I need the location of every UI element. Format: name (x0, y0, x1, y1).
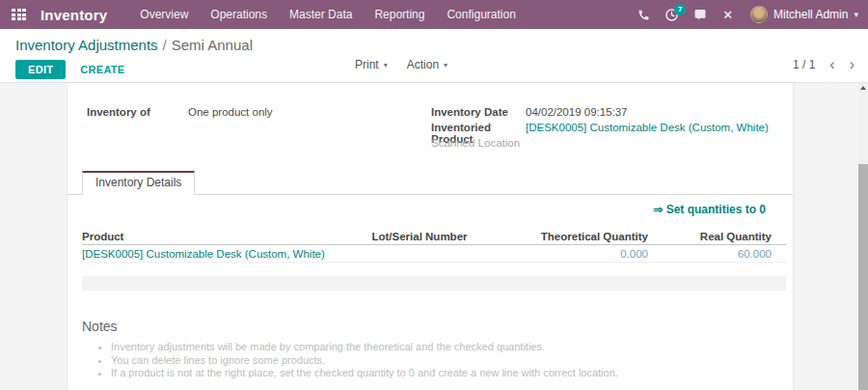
tab-inventory-details[interactable]: Inventory Details (82, 171, 195, 195)
field-inventoried-product: Inventoried Product [DESK0005] Customiza… (431, 122, 769, 137)
field-label: Inventory Date (431, 106, 526, 118)
create-button[interactable]: CREATE (80, 64, 124, 75)
note-item: Inventory adjustments will be made by co… (111, 341, 757, 354)
header-lot-serial[interactable]: Lot/Serial Number (357, 231, 482, 242)
chevron-down-icon: ▾ (384, 61, 388, 70)
field-label: Inventory of (87, 106, 188, 118)
form-sheet: Inventory of One product only Inventory … (68, 83, 793, 390)
print-action-menus: Print▾ Action▾ (355, 58, 448, 71)
field-label: Scanned Location (431, 137, 526, 149)
scrollbar-thumb[interactable] (858, 164, 868, 390)
breadcrumb-separator: / (163, 37, 167, 53)
chevron-down-icon: ▾ (854, 10, 858, 19)
apps-grid-icon[interactable] (12, 9, 26, 20)
phone-icon[interactable] (637, 9, 650, 21)
user-menu[interactable]: Mitchell Admin ▾ (750, 6, 858, 23)
edit-button[interactable]: EDIT (15, 60, 66, 79)
header-real-quantity[interactable]: Real Quantity (656, 231, 786, 242)
vertical-scrollbar[interactable] (858, 83, 868, 390)
menu-item-operations[interactable]: Operations (210, 8, 267, 21)
table-header-row: Product Lot/Serial Number Theoretical Qu… (82, 228, 786, 245)
action-dropdown[interactable]: Action▾ (407, 58, 448, 71)
breadcrumb-current: Semi Annual (172, 37, 253, 53)
scroll-up-arrow-icon[interactable] (860, 86, 866, 90)
systray: 7 ✕ Mitchell Admin ▾ (637, 6, 858, 23)
empty-table-stripe (82, 276, 786, 291)
pager-previous[interactable]: ‹ (829, 59, 834, 70)
breadcrumb: Inventory Adjustments/Semi Annual (15, 37, 853, 53)
main-menu: Overview Operations Master Data Reportin… (140, 8, 516, 21)
notes-title: Notes (82, 319, 757, 334)
right-field-group: Inventory Date 04/02/2019 09:15:37 Inven… (431, 106, 769, 153)
menu-item-reporting[interactable]: Reporting (374, 8, 424, 21)
notes-section: Notes Inventory adjustments will be made… (82, 319, 757, 380)
header-product[interactable]: Product (82, 231, 357, 242)
user-name: Mitchell Admin (773, 8, 848, 21)
content-area: Inventory of One product only Inventory … (0, 83, 868, 390)
activities-clock-icon[interactable]: 7 (665, 9, 678, 21)
menu-item-overview[interactable]: Overview (140, 8, 188, 21)
chevron-down-icon: ▾ (444, 61, 448, 70)
table-row[interactable]: [DESK0005] Customizable Desk (Custom, Wh… (82, 245, 786, 263)
menu-item-master-data[interactable]: Master Data (289, 8, 352, 21)
user-avatar (750, 6, 768, 23)
note-item: If a product is not at the right place, … (111, 367, 757, 380)
field-scanned-location: Scanned Location (431, 137, 769, 153)
product-cell[interactable]: [DESK0005] Customizable Desk (Custom, Wh… (82, 248, 357, 260)
notes-list: Inventory adjustments will be made by co… (82, 341, 757, 380)
activity-count-badge: 7 (674, 4, 686, 15)
print-dropdown[interactable]: Print▾ (355, 58, 388, 71)
set-quantities-to-zero-button[interactable]: ⇒ Set quantities to 0 (653, 203, 766, 216)
breadcrumb-parent-link[interactable]: Inventory Adjustments (15, 37, 158, 53)
field-value: One product only (188, 106, 273, 118)
field-inventory-of: Inventory of One product only (87, 106, 273, 118)
pager-next[interactable]: › (850, 59, 854, 70)
x-mark-icon[interactable]: ✕ (722, 9, 733, 21)
notebook-tabs: Inventory Details (68, 172, 793, 195)
app-name[interactable]: Inventory (41, 7, 107, 23)
messages-icon[interactable] (693, 9, 707, 21)
control-panel: Inventory Adjustments/Semi Annual EDIT C… (0, 29, 868, 83)
real-quantity-cell: 60.000 (656, 248, 786, 260)
field-inventory-date: Inventory Date 04/02/2019 09:15:37 (431, 106, 769, 122)
top-navbar: Inventory Overview Operations Master Dat… (0, 0, 868, 29)
inventory-lines-table: Product Lot/Serial Number Theoretical Qu… (82, 228, 786, 263)
header-theoretical-quantity[interactable]: Theoretical Quantity (482, 231, 656, 242)
note-item: You can delete lines to ignore some prod… (111, 354, 757, 368)
pager-value: 1 / 1 (793, 58, 815, 71)
product-link[interactable]: [DESK0005] Customizable Desk (Custom, Wh… (526, 122, 769, 133)
pager: 1 / 1 ‹ › (793, 58, 854, 71)
theoretical-quantity-cell: 0.000 (482, 248, 656, 260)
menu-item-configuration[interactable]: Configuration (447, 8, 515, 21)
field-value: 04/02/2019 09:15:37 (526, 106, 628, 118)
